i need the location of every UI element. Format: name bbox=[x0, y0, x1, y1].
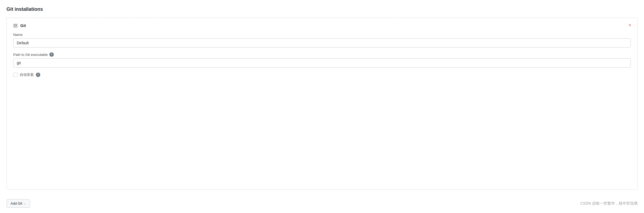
footer-section: Add Git ⌄ CSDN @散一世繁华，颠半世琉璃 bbox=[6, 195, 638, 213]
path-label-text: Path to Git executable bbox=[13, 53, 48, 57]
watermark-text: CSDN @散一世繁华，颠半世琉璃 bbox=[580, 201, 638, 206]
name-input[interactable] bbox=[13, 38, 631, 48]
name-field-section: Name bbox=[13, 33, 631, 48]
close-button[interactable]: × bbox=[627, 22, 633, 28]
drag-handle-icon[interactable] bbox=[13, 24, 18, 27]
auto-install-wrapper: 自动安装 ? bbox=[13, 72, 40, 77]
chevron-down-icon: ⌄ bbox=[24, 202, 26, 205]
add-git-label: Add Git bbox=[11, 201, 22, 205]
auto-install-help-icon[interactable]: ? bbox=[36, 73, 40, 77]
card-title: Git bbox=[20, 23, 26, 28]
auto-install-section: 自动安装 ? bbox=[13, 72, 631, 77]
name-label-text: Name bbox=[13, 33, 23, 37]
auto-install-checkbox[interactable] bbox=[13, 73, 18, 77]
name-label: Name bbox=[13, 33, 631, 37]
auto-install-label: 自动安装 bbox=[20, 72, 34, 77]
path-label: Path to Git executable ? bbox=[13, 52, 631, 57]
path-help-icon[interactable]: ? bbox=[49, 52, 54, 57]
git-card: Git × Name Path to Git executable ? 自动安装… bbox=[6, 18, 638, 190]
card-header: Git bbox=[13, 23, 631, 28]
page-title: Git installations bbox=[6, 6, 638, 12]
add-git-button[interactable]: Add Git ⌄ bbox=[6, 199, 30, 208]
path-field-section: Path to Git executable ? bbox=[13, 52, 631, 67]
path-input[interactable] bbox=[13, 58, 631, 67]
